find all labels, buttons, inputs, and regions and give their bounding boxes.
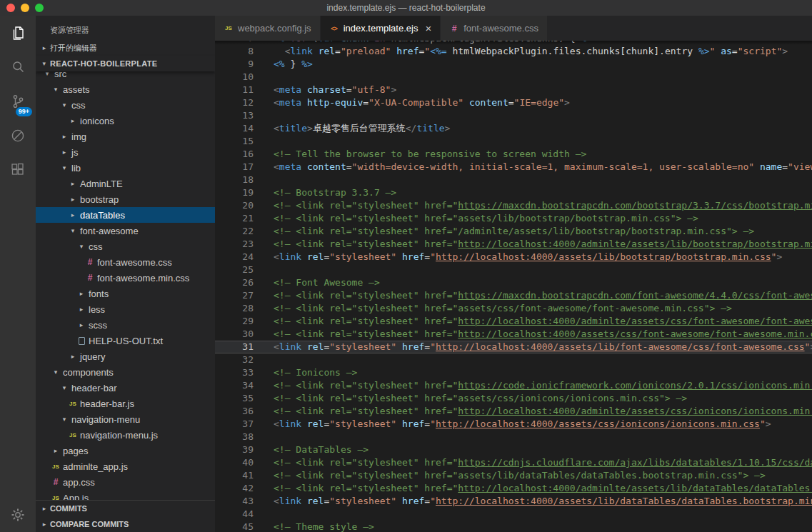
- editor-tab-webpack.config.js[interactable]: JSwebpack.config.js: [215, 16, 321, 41]
- activity-source-control-button[interactable]: 99+: [0, 84, 36, 119]
- tree-item-font-awesome.css[interactable]: #font-awesome.css: [36, 254, 215, 270]
- code-line-26[interactable]: 26<!— Font Awesome —>: [215, 276, 812, 289]
- code-line-16[interactable]: 16<!— Tell the browser to be responsive …: [215, 148, 812, 161]
- code-line-27[interactable]: 27<!— <link rel="stylesheet" href="https…: [215, 289, 812, 302]
- project-header[interactable]: ▾ REACT-HOT-BOILERPLATE: [36, 56, 215, 71]
- tree-item-js[interactable]: ▸js: [36, 144, 215, 160]
- code-line-22[interactable]: 22<!— <link rel="stylesheet" href="/admi…: [215, 225, 812, 238]
- code-line-31[interactable]: 31<link rel="stylesheet" href="http://lo…: [215, 341, 812, 353]
- tree-item-label: lib: [70, 163, 81, 174]
- chevron-down-icon: ▾: [59, 101, 70, 109]
- code-line-18[interactable]: 18: [215, 174, 812, 186]
- code-line-32[interactable]: 32: [215, 353, 812, 366]
- tree-item-less[interactable]: ▸less: [36, 301, 215, 317]
- code-line-23[interactable]: 23<!— <link rel="stylesheet" href="http:…: [215, 238, 812, 251]
- activity-search-button[interactable]: [0, 50, 36, 84]
- editor-tab-index.template.ejs[interactable]: <>index.template.ejs×: [321, 16, 441, 41]
- code-line-12[interactable]: 12<meta http-equiv="X-UA-Compatible" con…: [215, 96, 812, 109]
- tree-item-label: jquery: [79, 351, 105, 362]
- close-tab-icon[interactable]: ×: [425, 23, 431, 34]
- tree-item-jquery[interactable]: ▸jquery: [36, 348, 215, 364]
- tree-item-lib[interactable]: ▾lib: [36, 160, 215, 176]
- code-line-41[interactable]: 41<!— <link rel="stylesheet" href="asset…: [215, 469, 812, 482]
- tree-item-navigation-menu.js[interactable]: JSnavigation-menu.js: [36, 427, 215, 443]
- settings-button[interactable]: [0, 498, 36, 532]
- code-line-14[interactable]: 14<title>卓越零售后台管理系统</title>: [215, 122, 812, 135]
- code-line-9[interactable]: 9<% } %>: [215, 58, 812, 71]
- line-number: 23: [215, 238, 254, 251]
- code-line-43[interactable]: 43<link rel="stylesheet" href="http://lo…: [215, 495, 812, 508]
- tree-item-font-awesome[interactable]: ▾font-awesome: [36, 223, 215, 239]
- code-line-19[interactable]: 19<!— Bootstrap 3.3.7 —>: [215, 186, 812, 199]
- code-line-8[interactable]: 8 <link rel="preload" href="<%= htmlWebp…: [215, 45, 812, 58]
- code-line-39[interactable]: 39<!— DataTables —>: [215, 443, 812, 456]
- tree-item-dataTables[interactable]: ▸dataTables: [36, 207, 215, 223]
- close-window-button[interactable]: [6, 4, 15, 12]
- code-line-17[interactable]: 17<meta content="width=device-width, ini…: [215, 161, 812, 174]
- tree-item-scss[interactable]: ▸scss: [36, 317, 215, 333]
- line-number: 43: [215, 495, 254, 508]
- activity-explorer-button[interactable]: [0, 16, 36, 50]
- activity-debug-button[interactable]: [0, 119, 36, 153]
- project-label: REACT-HOT-BOILERPLATE: [50, 59, 157, 68]
- commits-section-header[interactable]: ▸ COMMITS: [36, 501, 215, 516]
- tree-item-navigation-menu[interactable]: ▾navigation-menu: [36, 411, 215, 427]
- code-line-33[interactable]: 33<!— Ionicons —>: [215, 366, 812, 379]
- chevron-right-icon: ▸: [76, 321, 87, 328]
- code-line-29[interactable]: 29<!— <link rel="stylesheet" href="http:…: [215, 315, 812, 328]
- tree-item-HELP-US-OUT.txt[interactable]: HELP-US-OUT.txt: [36, 333, 215, 348]
- code-line-38[interactable]: 38: [215, 431, 812, 443]
- tree-item-fonts[interactable]: ▸fonts: [36, 286, 215, 301]
- code-line-13[interactable]: 13: [215, 109, 812, 122]
- code-line-21[interactable]: 21<!— <link rel="stylesheet" href="asset…: [215, 212, 812, 225]
- activity-extensions-button[interactable]: [0, 153, 36, 187]
- code-line-30[interactable]: 30<!— <link rel="stylesheet" href="http:…: [215, 328, 812, 341]
- code-line-24[interactable]: 24<link rel="stylesheet" href="http://lo…: [215, 251, 812, 264]
- tree-item-css[interactable]: ▾css: [36, 97, 215, 113]
- code-line-40[interactable]: 40<!— <link rel="stylesheet" href="https…: [215, 456, 812, 469]
- chevron-down-icon: ▾: [76, 243, 87, 250]
- line-number: 13: [215, 109, 254, 122]
- tree-item-header-bar[interactable]: ▾header-bar: [36, 380, 215, 396]
- line-number: 40: [215, 456, 254, 469]
- tree-item-bootstrap[interactable]: ▸bootstrap: [36, 191, 215, 207]
- tree-item-app.css[interactable]: #app.css: [36, 474, 215, 490]
- code-line-36[interactable]: 36<!— <link rel="stylesheet" href="http:…: [215, 405, 812, 418]
- code-line-25[interactable]: 25: [215, 264, 812, 276]
- chevron-right-icon: ▸: [67, 196, 79, 203]
- code-area[interactable]: 7<% for (var chunk in htmlWebpackPlugin.…: [215, 41, 812, 532]
- tree-item-adminlte_app.js[interactable]: JSadminlte_app.js: [36, 458, 215, 474]
- compare-commits-section-header[interactable]: ▸ COMPARE COMMITS: [36, 516, 215, 532]
- tree-item-label: css: [70, 100, 86, 111]
- tree-item-components[interactable]: ▾components: [36, 364, 215, 380]
- line-number: 22: [215, 225, 254, 238]
- code-line-20[interactable]: 20<!— <link rel="stylesheet" href="https…: [215, 199, 812, 212]
- tree-item-img[interactable]: ▸img: [36, 129, 215, 144]
- code-line-10[interactable]: 10: [215, 71, 812, 84]
- tree-item-pages[interactable]: ▸pages: [36, 443, 215, 458]
- tree-item-label: HELP-US-OUT.txt: [87, 336, 163, 346]
- editor-tab-font-awesome.css[interactable]: #font-awesome.css: [441, 16, 548, 41]
- tree-item-font-awesome.min.css[interactable]: #font-awesome.min.css: [36, 270, 215, 286]
- minimize-window-button[interactable]: [21, 4, 29, 12]
- code-line-44[interactable]: 44: [215, 508, 812, 521]
- code-line-42[interactable]: 42<!— <link rel="stylesheet" href="http:…: [215, 482, 812, 495]
- code-line-37[interactable]: 37<link rel="stylesheet" href="http://lo…: [215, 418, 812, 431]
- vscode-window: index.template.ejs — react-hot-boilerpla…: [0, 0, 812, 532]
- code-line-34[interactable]: 34<!— <link rel="stylesheet" href="https…: [215, 379, 812, 392]
- open-editors-header[interactable]: ▸ 打开的编辑器: [36, 40, 215, 56]
- chevron-right-icon: ▸: [59, 149, 70, 156]
- tree-item-AdminLTE[interactable]: ▸AdminLTE: [36, 176, 215, 191]
- tree-item-css[interactable]: ▾css: [36, 239, 215, 254]
- tree-item-ionicons[interactable]: ▸ionicons: [36, 113, 215, 129]
- zoom-window-button[interactable]: [35, 4, 44, 12]
- tree-item-assets[interactable]: ▾assets: [36, 81, 215, 97]
- code-line-11[interactable]: 11<meta charset="utf-8">: [215, 84, 812, 96]
- tree-item-App.js[interactable]: JSApp.js: [36, 490, 215, 500]
- code-line-15[interactable]: 15: [215, 135, 812, 148]
- code-line-28[interactable]: 28<!— <link rel="stylesheet" href="asset…: [215, 302, 812, 315]
- code-line-35[interactable]: 35<!— <link rel="stylesheet" href="asset…: [215, 392, 812, 405]
- title-bar: index.template.ejs — react-hot-boilerpla…: [0, 0, 812, 16]
- tree-item-header-bar.js[interactable]: JSheader-bar.js: [36, 396, 215, 411]
- code-line-45[interactable]: 45<!— Theme style —>: [215, 521, 812, 532]
